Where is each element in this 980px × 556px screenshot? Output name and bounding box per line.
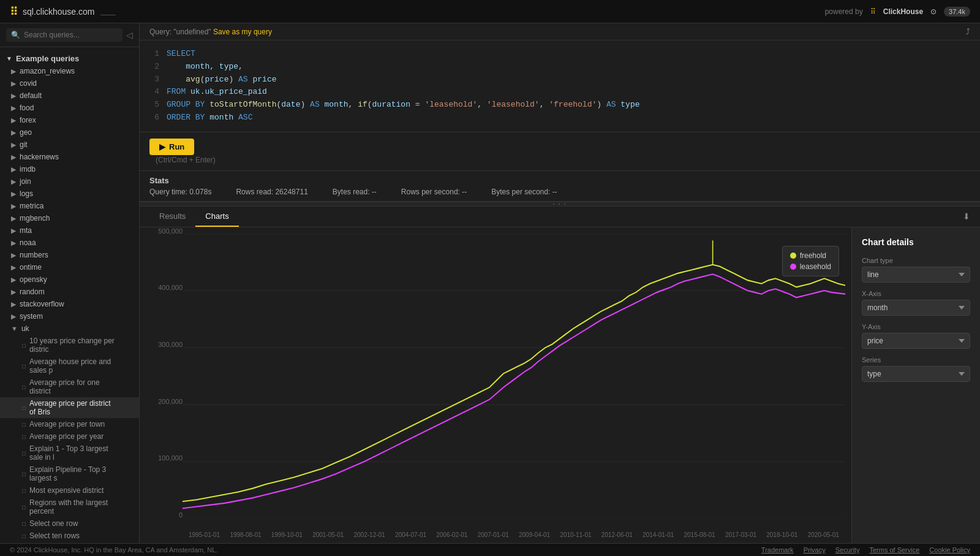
sidebar-item-select-ten[interactable]: □ Select ten rows: [0, 530, 139, 542]
sidebar-item-regions-largest[interactable]: □ Regions with the largest percent: [0, 497, 139, 517]
tab-results[interactable]: Results: [149, 207, 195, 227]
sidebar-item-avg-house-price[interactable]: □ Average house price and sales p: [0, 356, 139, 376]
sidebar-item-covid[interactable]: ▶ covid: [0, 77, 139, 89]
tabs-left: Results Charts: [149, 207, 239, 227]
folder-label: mgbench: [20, 214, 50, 223]
topbar-left: ⠿ sql.clickhouse.com ____: [10, 5, 116, 18]
document-icon: □: [22, 471, 26, 478]
sidebar-item-hackernews[interactable]: ▶ hackernews: [0, 151, 139, 163]
example-queries-root[interactable]: ▼ Example queries: [0, 52, 139, 65]
sidebar-item-amazon_reviews[interactable]: ▶ amazon_reviews: [0, 65, 139, 77]
sidebar-item-avg-price-year[interactable]: □ Average price per year: [0, 430, 139, 443]
export-icon[interactable]: ⬇: [963, 207, 970, 226]
sidebar-item-git[interactable]: ▶ git: [0, 139, 139, 151]
save-as-my-query-button[interactable]: Save as my query: [213, 28, 272, 36]
code-line-6: 6 ORDER BY month ASC: [149, 112, 970, 124]
sidebar-item-most-expensive[interactable]: □ Most expensive district: [0, 484, 139, 497]
legend-item-freehold: freehold: [790, 251, 831, 260]
tab-charts[interactable]: Charts: [195, 207, 238, 227]
item-label: Select ten rows: [29, 531, 80, 540]
sidebar-item-mta[interactable]: ▶ mta: [0, 224, 139, 237]
folder-label: noaa: [20, 238, 36, 247]
sidebar-collapse-button[interactable]: ◁: [123, 30, 133, 40]
main-layout: 🔍 ◁ ▼ Example queries ▶ amazon_reviews ▶…: [0, 23, 980, 543]
sidebar-item-random[interactable]: ▶ random: [0, 286, 139, 298]
folder-icon: ▶: [11, 227, 16, 235]
folder-label: ontime: [20, 263, 42, 272]
item-label: Average price per town: [29, 420, 105, 428]
folder-icon: ▶: [11, 313, 16, 321]
x-axis-select[interactable]: month type price: [862, 300, 970, 316]
sidebar-item-ontime[interactable]: ▶ ontime: [0, 261, 139, 273]
sidebar-item-metrica[interactable]: ▶ metrica: [0, 200, 139, 212]
sidebar-item-explain-pipeline[interactable]: □ Explain Pipeline - Top 3 largest s: [0, 463, 139, 484]
sidebar-item-opensky[interactable]: ▶ opensky: [0, 273, 139, 286]
sidebar-item-stackoverflow[interactable]: ▶ stackoverflow: [0, 298, 139, 310]
freehold-color-dot: [790, 253, 796, 259]
document-icon: □: [22, 433, 26, 440]
code-editor[interactable]: 1 SELECT 2 month, type, 3 avg(price) AS …: [140, 40, 980, 132]
folder-label: stackoverflow: [20, 300, 64, 308]
sidebar-item-numbers[interactable]: ▶ numbers: [0, 249, 139, 261]
chevron-down-icon: ▼: [6, 55, 12, 62]
item-label: Regions with the largest percent: [29, 498, 117, 516]
sidebar-item-uk[interactable]: ▼ uk: [0, 322, 139, 335]
rows-per-second-stat: Rows per second: --: [401, 188, 467, 196]
line-chart-svg: [183, 234, 845, 519]
trademark-link[interactable]: Trademark: [761, 546, 794, 554]
sidebar-item-geo[interactable]: ▶ geo: [0, 126, 139, 139]
run-button[interactable]: ▶ Run: [149, 139, 194, 155]
privacy-link[interactable]: Privacy: [804, 546, 826, 554]
sidebar-item-join[interactable]: ▶ join: [0, 175, 139, 188]
line-number: 6: [149, 112, 159, 124]
folder-label: metrica: [20, 202, 43, 210]
series-label: Series: [862, 356, 970, 364]
series-select[interactable]: type month price: [862, 366, 970, 382]
example-queries-label: Example queries: [16, 54, 79, 63]
folder-label: join: [20, 177, 31, 186]
sidebar-item-select-one[interactable]: □ Select one row: [0, 517, 139, 530]
chart-type-select[interactable]: line bar area scatter: [862, 267, 970, 283]
item-label: Explain Pipeline - Top 3 largest s: [29, 465, 117, 482]
security-link[interactable]: Security: [835, 546, 860, 554]
legend-freehold-label: freehold: [800, 251, 826, 260]
sidebar-item-avg-price-district-bris[interactable]: □ Average price per district of Bris: [0, 397, 139, 418]
code-text: month, type,: [167, 61, 243, 74]
sidebar-item-logs[interactable]: ▶ logs: [0, 188, 139, 200]
sidebar-item-mgbench[interactable]: ▶ mgbench: [0, 212, 139, 224]
folder-label: forex: [20, 116, 36, 124]
item-label: 10 years price change per distric: [29, 337, 117, 354]
document-icon: □: [22, 520, 26, 527]
sidebar-item-avg-price-town[interactable]: □ Average price per town: [0, 418, 139, 430]
search-input[interactable]: [24, 31, 118, 39]
sidebar-item-explain1[interactable]: □ Explain 1 - Top 3 largest sale in l: [0, 443, 139, 463]
sidebar-item-default[interactable]: ▶ default: [0, 89, 139, 102]
folder-label: imdb: [20, 165, 36, 173]
sidebar-item-10years[interactable]: □ 10 years price change per distric: [0, 335, 139, 356]
sidebar-item-system[interactable]: ▶ system: [0, 310, 139, 322]
terms-link[interactable]: Terms of Service: [869, 546, 919, 554]
folder-icon: ▶: [11, 276, 16, 284]
code-text: SELECT: [167, 48, 195, 61]
sidebar-item-noaa[interactable]: ▶ noaa: [0, 237, 139, 249]
folder-label: random: [20, 288, 45, 296]
resize-handle[interactable]: • • •: [140, 202, 980, 207]
share-icon[interactable]: ⤴: [966, 27, 970, 36]
y-axis-select[interactable]: price month type: [862, 333, 970, 349]
sidebar-item-food[interactable]: ▶ food: [0, 102, 139, 114]
search-bar[interactable]: 🔍: [6, 28, 123, 42]
item-label: Average price per district of Bris: [29, 399, 117, 416]
code-text: avg(price) AS price: [167, 74, 277, 86]
item-label: Most expensive district: [29, 486, 104, 495]
folder-label: numbers: [20, 251, 48, 259]
document-icon: □: [22, 421, 26, 428]
query-bar: Query: "undefined" Save as my query ⤴: [140, 23, 980, 40]
cookie-policy-link[interactable]: Cookie Policy: [929, 546, 970, 554]
sidebar-item-avg-price-one-district[interactable]: □ Average price for one district: [0, 376, 139, 397]
folder-icon: ▶: [11, 202, 16, 210]
folder-icon: ▶: [11, 288, 16, 296]
sidebar-item-forex[interactable]: ▶ forex: [0, 114, 139, 126]
query-time-stat: Query time: 0.078s: [149, 188, 211, 196]
sidebar-item-imdb[interactable]: ▶ imdb: [0, 163, 139, 175]
code-line-3: 3 avg(price) AS price: [149, 74, 970, 86]
